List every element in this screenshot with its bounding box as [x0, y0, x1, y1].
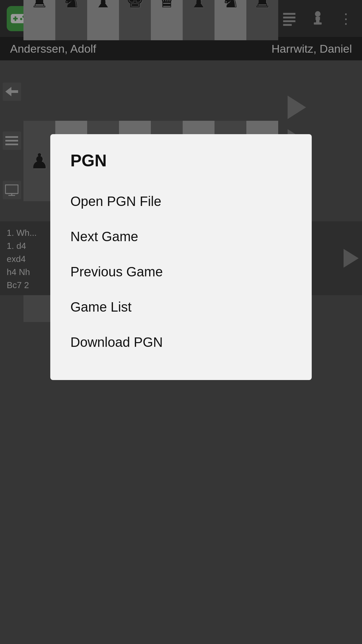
game-list-item[interactable]: Game List [70, 289, 292, 325]
open-pgn-file-item[interactable]: Open PGN File [70, 184, 292, 219]
dialog-title: PGN [70, 151, 292, 170]
dialog-overlay[interactable]: PGN Open PGN File Next Game Previous Gam… [0, 0, 362, 644]
pgn-dialog: PGN Open PGN File Next Game Previous Gam… [50, 134, 312, 380]
next-game-item[interactable]: Next Game [70, 219, 292, 254]
previous-game-item[interactable]: Previous Game [70, 254, 292, 289]
download-pgn-item[interactable]: Download PGN [70, 325, 292, 360]
